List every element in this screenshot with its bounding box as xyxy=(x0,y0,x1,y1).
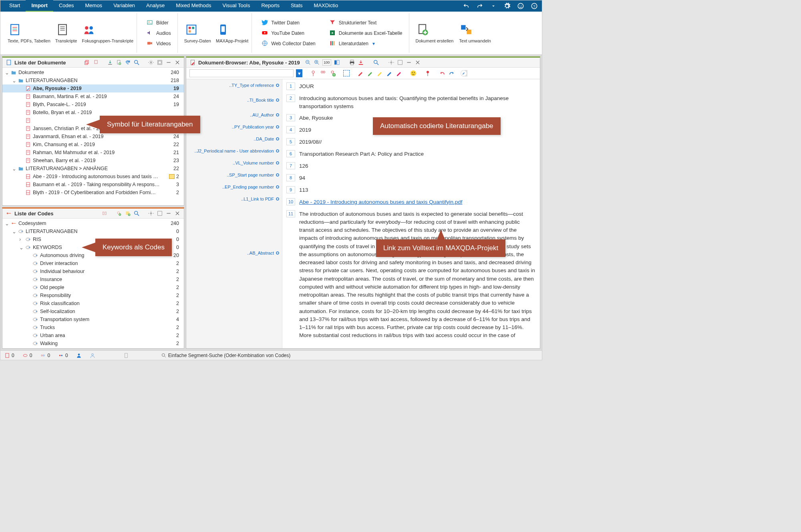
highlight-yellow-icon[interactable] xyxy=(376,70,383,77)
minimize-icon[interactable] xyxy=(165,59,172,66)
code-red-icon[interactable] xyxy=(310,70,317,77)
tree-row[interactable]: Risk classification2 xyxy=(2,299,184,307)
close-icon[interactable] xyxy=(174,59,181,66)
ribbon-btn-bilder[interactable]: Bilder xyxy=(145,18,173,27)
ribbon-btn-excel[interactable]: XDokumente aus Excel-Tabelle xyxy=(328,29,404,38)
ribbon-btn-textconv[interactable]: Text umwandeln xyxy=(459,22,491,44)
close-icon[interactable] xyxy=(174,210,181,217)
tree-row[interactable]: Blyth, Pascale-L. - 201919 xyxy=(2,100,184,108)
import-icon[interactable] xyxy=(107,59,113,66)
search-icon[interactable] xyxy=(133,210,140,217)
tree-row[interactable]: PDFBaumann et al. - 2019 - Taking respon… xyxy=(2,181,184,189)
ribbon-btn-docnew[interactable]: Dokument erstellen xyxy=(416,22,454,44)
ribbon-btn-audios[interactable]: Audios xyxy=(145,29,173,38)
close-icon[interactable] xyxy=(415,59,421,66)
maximize-icon[interactable] xyxy=(397,59,403,66)
search-icon[interactable] xyxy=(133,59,140,66)
doc-field-row[interactable]: 6Transportation Research Part A: Policy … xyxy=(286,149,536,161)
highlight-blue-icon[interactable] xyxy=(386,70,393,77)
menu-memos[interactable]: Memos xyxy=(80,0,108,12)
menu-maxdictio[interactable]: MAXDictio xyxy=(308,0,344,12)
doc-field-row[interactable]: 9113 xyxy=(286,185,536,197)
select-icon[interactable] xyxy=(343,70,350,76)
tree-row[interactable]: ⌄LITERATURANGABEN0 xyxy=(2,227,184,235)
chevron-down-icon[interactable] xyxy=(489,2,498,10)
tree-row[interactable]: ⌄LITERATURANGABEN > ANHÄNGE22 xyxy=(2,165,184,173)
doc-field-row[interactable]: 2Introducing autonomous buses and taxis:… xyxy=(286,93,536,112)
emoji-icon[interactable] xyxy=(410,70,417,77)
highlight-red-icon[interactable] xyxy=(357,70,364,77)
ribbon-btn-videos[interactable]: Videos xyxy=(145,39,173,48)
maximize-icon[interactable] xyxy=(157,210,163,217)
status-segs2[interactable]: 0 xyxy=(58,353,68,358)
docs-tree[interactable]: ⌄Dokumente240⌄LITERATURANGABEN218Abe, Ry… xyxy=(2,68,184,205)
menu-analyse[interactable]: Analyse xyxy=(141,0,170,12)
status-user1[interactable] xyxy=(76,353,82,358)
tree-row[interactable]: Self-localization2 xyxy=(2,307,184,315)
ribbon-btn-texte[interactable]: Texte, PDFs, Tabellen xyxy=(8,22,50,44)
tree-row[interactable]: Walking2 xyxy=(2,339,184,347)
ribbon-btn-twitter[interactable]: Twitter Daten xyxy=(260,18,317,27)
undo-code-icon[interactable] xyxy=(439,70,446,77)
codes-tree[interactable]: ⌄Codesystem240⌄LITERATURANGABEN0›RIS0⌄KE… xyxy=(2,219,184,348)
tree-row[interactable]: Javanmardi, Ehsan et al. - 201924 xyxy=(2,132,184,141)
tree-row[interactable]: ⌄LITERATURANGABEN218 xyxy=(2,76,184,84)
menu-reports[interactable]: Reports xyxy=(256,0,285,12)
doc-field-row[interactable]: 11The introduction of autonomous buses a… xyxy=(286,209,536,341)
minimize-icon[interactable] xyxy=(165,210,172,217)
gear-icon[interactable] xyxy=(148,210,154,217)
gear-icon[interactable] xyxy=(388,59,394,66)
tree-row[interactable]: PDFAbe - 2019 - Introducing autonomous b… xyxy=(2,173,184,181)
dropdown-icon[interactable]: ▾ xyxy=(296,69,302,77)
help-icon[interactable]: ? xyxy=(530,2,539,10)
export-icon[interactable] xyxy=(358,59,364,66)
print-icon[interactable] xyxy=(349,59,355,66)
tree-row[interactable]: Urban area2 xyxy=(2,331,184,339)
ribbon-btn-transkripte[interactable]: Transkripte xyxy=(55,22,77,44)
tree-row[interactable]: ⌄Codesystem240 xyxy=(2,219,184,227)
ribbon-btn-struktext[interactable]: Strukturierter Text xyxy=(328,18,404,27)
redo-icon[interactable] xyxy=(475,2,484,10)
doc-field-row[interactable]: 10Abe - 2019 - Introducing autonomous bu… xyxy=(286,197,536,209)
ribbon-btn-maxapp[interactable]: MAXApp-Projekt xyxy=(216,22,248,44)
gear-icon[interactable] xyxy=(148,59,154,66)
search-icon[interactable] xyxy=(373,59,379,66)
status-search[interactable]: Einfache Segment-Suche (Oder-Kombination… xyxy=(161,353,291,358)
doc-field-row[interactable]: 7126 xyxy=(286,161,536,173)
tree-row[interactable]: Individual behaviour2 xyxy=(2,267,184,275)
tree-row[interactable]: Kim, Chansung et al. - 201922 xyxy=(2,141,184,149)
minimize-icon[interactable] xyxy=(406,59,412,66)
menu-variablen[interactable]: Variablen xyxy=(108,0,141,12)
tree-row[interactable]: ⌄Dokumente240 xyxy=(2,68,184,76)
maximize-icon[interactable] xyxy=(157,59,163,66)
code-merge-icon[interactable] xyxy=(101,210,108,217)
highlight-green-icon[interactable] xyxy=(366,70,374,77)
ribbon-btn-literatur[interactable]: Literaturdaten▾ xyxy=(328,39,404,48)
menu-mixed methods[interactable]: Mixed Methods xyxy=(170,0,217,12)
zoom-in-icon[interactable] xyxy=(314,59,320,66)
doc-add-icon[interactable] xyxy=(116,59,122,66)
doc-copy-icon[interactable] xyxy=(84,59,90,66)
tree-row[interactable]: Insurance2 xyxy=(2,275,184,283)
ribbon-btn-fokusgruppen[interactable]: Fokusgruppen-Transkripte xyxy=(82,22,133,44)
status-codes[interactable]: 0 xyxy=(22,353,32,358)
menu-visual tools[interactable]: Visual Tools xyxy=(217,0,256,12)
code-plus-icon[interactable] xyxy=(329,70,336,77)
refresh-icon[interactable] xyxy=(125,59,131,66)
doc-field-row[interactable]: 1JOUR xyxy=(286,81,536,93)
menu-import[interactable]: Import xyxy=(26,0,53,12)
redo-code-icon[interactable] xyxy=(448,70,455,77)
tree-row[interactable]: Old people2 xyxy=(2,283,184,291)
split-icon[interactable] xyxy=(334,59,340,66)
gear-icon[interactable] xyxy=(503,2,511,10)
tree-row[interactable]: Rahman, Md Mahmudur et al. - 201921 xyxy=(2,149,184,157)
tree-row[interactable]: Transportation system4 xyxy=(2,315,184,323)
zoom-out-icon[interactable] xyxy=(305,59,311,66)
tree-row[interactable]: Trucks2 xyxy=(2,323,184,331)
tree-row[interactable]: Responsibility2 xyxy=(2,291,184,299)
smile-icon[interactable] xyxy=(516,2,525,10)
menu-start[interactable]: Start xyxy=(4,0,26,12)
status-segs1[interactable]: 0 xyxy=(40,353,50,358)
tree-row[interactable]: PDFBlyth - 2019 - Of Cyberliberation and… xyxy=(2,189,184,197)
doc-copy2-icon[interactable] xyxy=(93,59,99,66)
